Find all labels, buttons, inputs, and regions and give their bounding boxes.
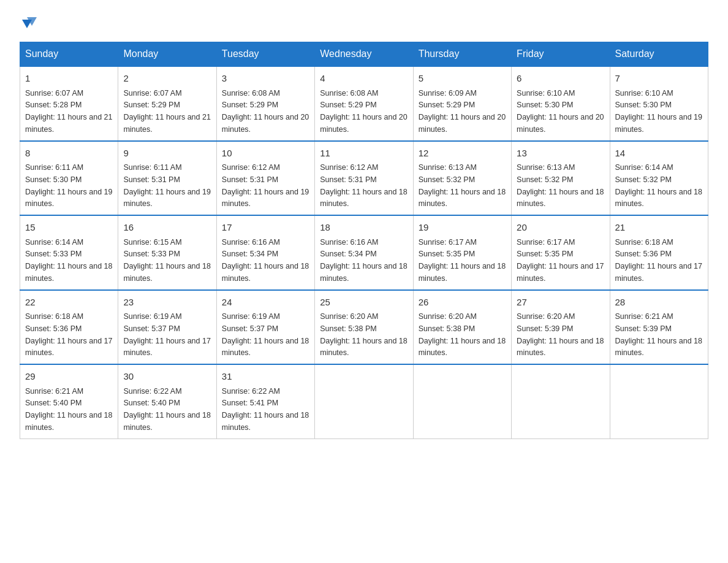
week-row-5: 29 Sunrise: 6:21 AM Sunset: 5:40 PM Dayl… — [20, 364, 708, 439]
day-daylight: Daylight: 11 hours and 18 minutes. — [222, 262, 309, 283]
day-daylight: Daylight: 11 hours and 21 minutes. — [25, 113, 112, 134]
day-sunset: Sunset: 5:38 PM — [419, 324, 475, 333]
day-sunrise: Sunrise: 6:16 AM — [222, 238, 280, 247]
day-daylight: Daylight: 11 hours and 18 minutes. — [517, 337, 604, 358]
calendar-cell: 27 Sunrise: 6:20 AM Sunset: 5:39 PM Dayl… — [512, 290, 610, 365]
day-sunset: Sunset: 5:29 PM — [419, 101, 475, 109]
day-number: 16 — [123, 221, 211, 235]
day-sunrise: Sunrise: 6:19 AM — [222, 312, 280, 321]
day-sunset: Sunset: 5:30 PM — [25, 175, 82, 184]
day-sunrise: Sunrise: 6:11 AM — [123, 163, 181, 172]
day-sunrise: Sunrise: 6:15 AM — [123, 238, 181, 247]
day-sunrise: Sunrise: 6:22 AM — [222, 387, 280, 396]
day-sunset: Sunset: 5:32 PM — [615, 175, 672, 184]
day-number: 27 — [517, 296, 604, 310]
day-sunset: Sunset: 5:39 PM — [615, 324, 672, 333]
day-sunrise: Sunrise: 6:18 AM — [25, 312, 83, 321]
header-saturday: Saturday — [610, 42, 708, 67]
day-sunrise: Sunrise: 6:10 AM — [517, 89, 575, 98]
header-wednesday: Wednesday — [315, 42, 413, 67]
day-number: 10 — [222, 147, 309, 161]
calendar-cell: 14 Sunrise: 6:14 AM Sunset: 5:32 PM Dayl… — [610, 141, 708, 216]
day-daylight: Daylight: 11 hours and 18 minutes. — [320, 188, 407, 209]
day-sunrise: Sunrise: 6:18 AM — [615, 238, 673, 247]
calendar-cell: 28 Sunrise: 6:21 AM Sunset: 5:39 PM Dayl… — [610, 290, 708, 365]
calendar-cell — [610, 364, 708, 439]
day-number: 5 — [419, 72, 506, 86]
day-daylight: Daylight: 11 hours and 17 minutes. — [25, 337, 112, 358]
day-sunset: Sunset: 5:28 PM — [25, 101, 82, 109]
day-number: 7 — [615, 72, 703, 86]
day-sunrise: Sunrise: 6:11 AM — [25, 163, 83, 172]
day-sunset: Sunset: 5:31 PM — [320, 175, 376, 184]
day-number: 28 — [615, 296, 703, 310]
header-thursday: Thursday — [413, 42, 511, 67]
day-sunrise: Sunrise: 6:22 AM — [123, 387, 181, 396]
day-number: 8 — [25, 147, 113, 161]
calendar-cell — [413, 364, 511, 439]
day-sunset: Sunset: 5:29 PM — [123, 101, 180, 109]
calendar-cell: 3 Sunrise: 6:08 AM Sunset: 5:29 PM Dayli… — [216, 66, 314, 141]
day-sunrise: Sunrise: 6:17 AM — [419, 238, 477, 247]
day-number: 22 — [25, 296, 113, 310]
day-sunrise: Sunrise: 6:20 AM — [517, 312, 575, 321]
day-sunset: Sunset: 5:35 PM — [517, 250, 573, 258]
day-sunset: Sunset: 5:41 PM — [222, 399, 278, 407]
calendar-cell: 11 Sunrise: 6:12 AM Sunset: 5:31 PM Dayl… — [315, 141, 413, 216]
calendar-cell: 18 Sunrise: 6:16 AM Sunset: 5:34 PM Dayl… — [315, 215, 413, 290]
day-number: 3 — [222, 72, 309, 86]
day-daylight: Daylight: 11 hours and 18 minutes. — [25, 262, 112, 283]
day-daylight: Daylight: 11 hours and 18 minutes. — [419, 337, 506, 358]
day-daylight: Daylight: 11 hours and 18 minutes. — [517, 188, 604, 209]
day-sunset: Sunset: 5:32 PM — [517, 175, 573, 184]
day-daylight: Daylight: 11 hours and 18 minutes. — [123, 411, 210, 432]
calendar-cell: 30 Sunrise: 6:22 AM Sunset: 5:40 PM Dayl… — [118, 364, 216, 439]
calendar-cell — [512, 364, 610, 439]
day-number: 21 — [615, 221, 703, 235]
logo-icon — [21, 15, 38, 32]
day-sunrise: Sunrise: 6:13 AM — [419, 163, 477, 172]
day-sunrise: Sunrise: 6:07 AM — [123, 89, 181, 98]
day-sunrise: Sunrise: 6:13 AM — [517, 163, 575, 172]
day-daylight: Daylight: 11 hours and 18 minutes. — [222, 337, 309, 358]
day-sunset: Sunset: 5:29 PM — [222, 101, 278, 109]
calendar-cell: 7 Sunrise: 6:10 AM Sunset: 5:30 PM Dayli… — [610, 66, 708, 141]
day-number: 20 — [517, 221, 604, 235]
day-daylight: Daylight: 11 hours and 18 minutes. — [615, 188, 702, 209]
day-sunset: Sunset: 5:31 PM — [123, 175, 180, 184]
day-sunset: Sunset: 5:35 PM — [419, 250, 475, 258]
calendar-cell: 4 Sunrise: 6:08 AM Sunset: 5:29 PM Dayli… — [315, 66, 413, 141]
calendar-cell: 19 Sunrise: 6:17 AM Sunset: 5:35 PM Dayl… — [413, 215, 511, 290]
calendar-cell: 9 Sunrise: 6:11 AM Sunset: 5:31 PM Dayli… — [118, 141, 216, 216]
day-daylight: Daylight: 11 hours and 19 minutes. — [123, 188, 210, 209]
calendar-cell: 6 Sunrise: 6:10 AM Sunset: 5:30 PM Dayli… — [512, 66, 610, 141]
day-daylight: Daylight: 11 hours and 19 minutes. — [615, 113, 702, 134]
calendar-cell: 17 Sunrise: 6:16 AM Sunset: 5:34 PM Dayl… — [216, 215, 314, 290]
day-daylight: Daylight: 11 hours and 18 minutes. — [615, 337, 702, 358]
day-daylight: Daylight: 11 hours and 20 minutes. — [517, 113, 604, 134]
day-daylight: Daylight: 11 hours and 18 minutes. — [320, 337, 407, 358]
header-tuesday: Tuesday — [216, 42, 314, 67]
day-sunrise: Sunrise: 6:14 AM — [25, 238, 83, 247]
day-number: 23 — [123, 296, 211, 310]
day-sunrise: Sunrise: 6:14 AM — [615, 163, 673, 172]
day-number: 6 — [517, 72, 604, 86]
day-sunrise: Sunrise: 6:16 AM — [320, 238, 378, 247]
day-daylight: Daylight: 11 hours and 17 minutes. — [615, 262, 702, 283]
day-sunset: Sunset: 5:36 PM — [615, 250, 672, 258]
day-sunrise: Sunrise: 6:12 AM — [320, 163, 378, 172]
day-daylight: Daylight: 11 hours and 18 minutes. — [419, 262, 506, 283]
calendar-cell: 5 Sunrise: 6:09 AM Sunset: 5:29 PM Dayli… — [413, 66, 511, 141]
calendar-cell: 8 Sunrise: 6:11 AM Sunset: 5:30 PM Dayli… — [20, 141, 118, 216]
calendar-cell: 29 Sunrise: 6:21 AM Sunset: 5:40 PM Dayl… — [20, 364, 118, 439]
calendar-header-row: SundayMondayTuesdayWednesdayThursdayFrid… — [20, 42, 708, 67]
day-number: 24 — [222, 296, 309, 310]
logo — [20, 15, 38, 32]
day-sunrise: Sunrise: 6:07 AM — [25, 89, 83, 98]
day-daylight: Daylight: 11 hours and 18 minutes. — [123, 262, 210, 283]
day-sunset: Sunset: 5:33 PM — [123, 250, 180, 258]
day-sunset: Sunset: 5:38 PM — [320, 324, 376, 333]
day-sunrise: Sunrise: 6:19 AM — [123, 312, 181, 321]
week-row-1: 1 Sunrise: 6:07 AM Sunset: 5:28 PM Dayli… — [20, 66, 708, 141]
day-sunrise: Sunrise: 6:21 AM — [25, 387, 83, 396]
